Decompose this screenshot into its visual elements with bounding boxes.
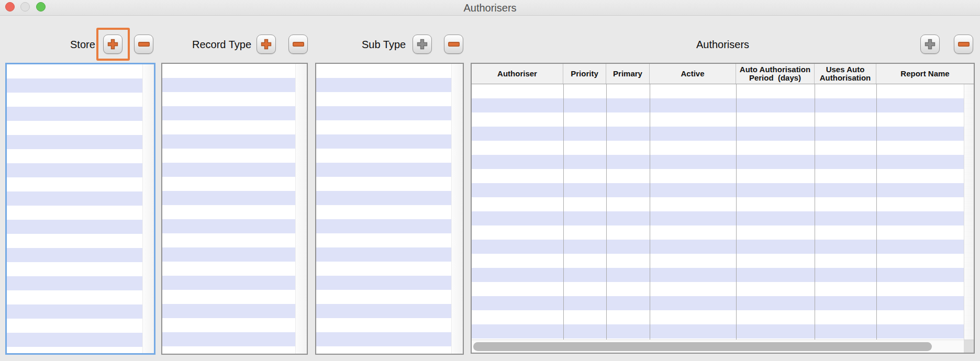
- minus-icon: [138, 42, 150, 47]
- sub-type-list[interactable]: [315, 63, 464, 355]
- window-titlebar: Authorisers: [0, 0, 980, 16]
- store-add-button[interactable]: [103, 35, 122, 54]
- record-type-list[interactable]: [161, 63, 308, 355]
- store-list-scrollbar[interactable]: [142, 64, 154, 353]
- authorisers-section-label: Authorisers: [471, 39, 975, 51]
- record-type-list-rows[interactable]: [162, 64, 307, 354]
- sub-type-add-button-disabled[interactable]: [413, 35, 432, 54]
- sub-type-list-rows[interactable]: [316, 64, 463, 354]
- plus-icon: [261, 39, 272, 50]
- record-type-remove-button[interactable]: [288, 35, 308, 54]
- column-header-auto-authorisation-period[interactable]: Auto Authorisation Period (days): [736, 64, 815, 84]
- column-divider: [606, 84, 607, 340]
- horizontal-scrollbar-thumb[interactable]: [473, 342, 932, 351]
- table-vertical-scrollbar[interactable]: [964, 84, 974, 340]
- minus-icon: [293, 42, 304, 47]
- authoriser-remove-button[interactable]: [954, 35, 973, 54]
- plus-icon: [107, 39, 118, 50]
- column-header-priority[interactable]: Priority: [563, 64, 606, 84]
- table-body[interactable]: [472, 84, 964, 340]
- authorisers-table[interactable]: Authoriser Priority Primary Active Auto …: [471, 63, 975, 354]
- store-list[interactable]: [5, 63, 155, 355]
- column-divider: [563, 84, 564, 340]
- column-header-primary[interactable]: Primary: [606, 64, 650, 84]
- column-header-report-name[interactable]: Report Name: [876, 64, 974, 84]
- minus-icon: [448, 42, 460, 47]
- store-remove-button[interactable]: [134, 35, 153, 54]
- plus-icon: [417, 39, 428, 50]
- column-header-uses-auto-authorisation[interactable]: Uses Auto Authorisation: [815, 64, 876, 84]
- column-divider: [650, 84, 650, 340]
- record-type-add-button[interactable]: [257, 35, 276, 54]
- sub-type-label: Sub Type: [362, 39, 406, 51]
- store-list-rows[interactable]: [7, 64, 154, 353]
- sub-type-list-scrollbar[interactable]: [451, 64, 463, 354]
- sub-type-remove-button[interactable]: [444, 35, 463, 54]
- plus-icon: [925, 39, 936, 50]
- minus-icon: [958, 42, 970, 47]
- column-header-authoriser[interactable]: Authoriser: [472, 64, 563, 84]
- column-divider: [736, 84, 737, 340]
- column-divider: [815, 84, 815, 340]
- window-title: Authorisers: [0, 2, 980, 14]
- record-type-list-scrollbar[interactable]: [295, 64, 307, 354]
- scrollbar-corner: [964, 340, 974, 353]
- record-type-label: Record Type: [192, 39, 251, 51]
- store-label: Store: [70, 39, 95, 51]
- authoriser-add-button-disabled[interactable]: [920, 35, 940, 54]
- column-header-active[interactable]: Active: [650, 64, 736, 84]
- column-divider: [876, 84, 877, 340]
- table-horizontal-scrollbar[interactable]: [472, 340, 974, 353]
- table-header-row: Authoriser Priority Primary Active Auto …: [472, 64, 974, 84]
